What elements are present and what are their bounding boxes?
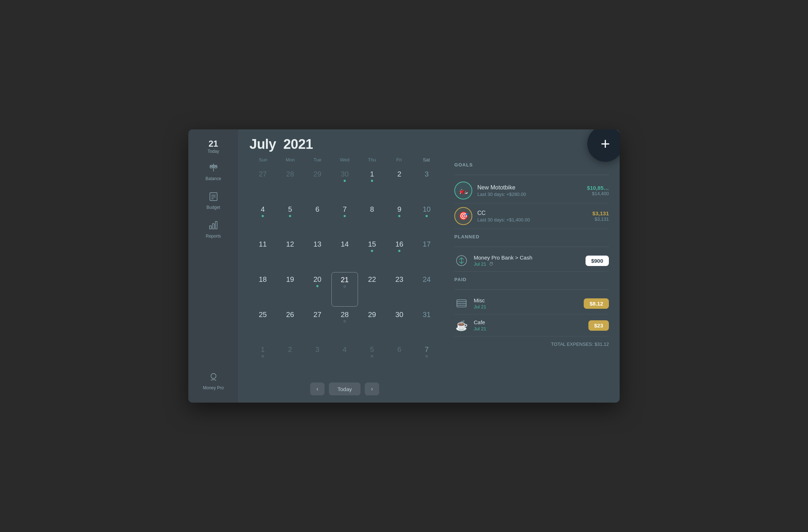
cal-day[interactable]: 22 [359,272,385,307]
cal-day[interactable]: 5 [359,342,385,377]
cal-day[interactable]: 28 [277,167,303,201]
sidebar-budget-label: Budget [206,205,220,210]
cal-day[interactable]: 9 [386,202,413,237]
cal-day[interactable]: 12 [277,237,303,271]
today-nav-button[interactable]: Today [329,382,361,395]
cal-day[interactable]: 11 [249,237,276,271]
budget-icon [209,191,218,203]
goal-info-cc: CC Last 30 days: +$1,400.00 [477,210,587,223]
cal-day[interactable]: 1 [249,342,276,377]
sidebar-item-moneypro[interactable]: Money Pro [188,367,238,395]
goal-current-mototbike: $10,85… [587,185,609,191]
cal-day[interactable]: 2 [277,342,303,377]
day-header-tue: Tue [304,156,331,164]
cal-day[interactable]: 16 [386,237,413,271]
planned-item-info: Money Pro Bank > Cash Jul 21 ⏱ [474,254,580,267]
cafe-icon: ☕ [454,318,469,332]
cal-day[interactable]: 19 [277,272,303,307]
cal-day-today[interactable]: 21 [331,272,358,307]
goal-name-cc: CC [477,210,587,216]
cal-day[interactable]: 13 [304,237,331,271]
cal-day[interactable]: 7 [413,342,440,377]
year-name: 2021 [283,137,313,152]
right-panel: GOALS 🏍️ New Mototbike Last 30 days: +$2… [447,156,620,403]
goal-sub-mototbike: Last 30 days: +$280.00 [477,192,582,197]
calendar-section: Sun Mon Tue Wed Thu Fri Sat 27 28 29 30 … [239,156,447,403]
cal-day[interactable]: 24 [413,272,440,307]
cal-day[interactable]: 8 [359,202,385,237]
cal-day[interactable]: 28 [331,307,358,342]
cal-day[interactable]: 27 [304,307,331,342]
misc-name: Misc [474,297,579,303]
cal-day[interactable]: 3 [304,342,331,377]
cal-day[interactable]: 18 [249,272,276,307]
cal-day[interactable]: 7 [331,202,358,237]
sidebar-item-balance[interactable]: Balance [188,157,238,186]
paid-item-cafe[interactable]: ☕ Cafe Jul 21 $23 [454,315,609,336]
next-month-button[interactable]: › [365,382,379,395]
cal-day[interactable]: 6 [386,342,413,377]
goals-section-label: GOALS [454,162,609,168]
dot-outline [371,355,373,357]
cal-day[interactable]: 23 [386,272,413,307]
cal-day[interactable]: 25 [249,307,276,342]
cal-day[interactable]: 3 [413,167,440,201]
cal-day[interactable]: 1 [359,167,385,201]
goal-amounts-cc: $3,131 $3,131 [592,210,609,222]
cal-day[interactable]: 4 [331,342,358,377]
cal-day[interactable]: 20 [304,272,331,307]
cal-day[interactable]: 30 [386,307,413,342]
prev-month-button[interactable]: ‹ [310,382,325,395]
day-header-fri: Fri [386,156,413,164]
goal-info-mototbike: New Mototbike Last 30 days: +$280.00 [477,184,582,197]
month-title: July 2021 [249,137,313,152]
divider-planned [454,247,609,247]
dot [289,215,291,217]
goal-amounts-mototbike: $10,85… $14,400 [587,185,609,196]
dot [344,180,346,182]
cal-day[interactable]: 15 [359,237,385,271]
goal-name-mototbike: New Mototbike [477,184,582,191]
dot [371,250,373,252]
cal-day[interactable]: 31 [413,307,440,342]
cal-day[interactable]: 6 [304,202,331,237]
dot [398,215,400,217]
day-header-sat: Sat [413,156,440,164]
cal-day[interactable]: 10 [413,202,440,237]
paid-section-label: PAID [454,277,609,282]
planned-item-transfer[interactable]: Money Pro Bank > Cash Jul 21 ⏱ $900 [454,250,609,272]
cal-day[interactable]: 30 [331,167,358,201]
cal-day[interactable]: 17 [413,237,440,271]
total-expenses: TOTAL EXPENSES: $31.12 [454,341,609,347]
misc-sub: Jul 21 [474,304,579,309]
goal-item-cc[interactable]: 🎯 CC Last 30 days: +$1,400.00 $3,131 $3,… [454,203,609,229]
goal-item-mototbike[interactable]: 🏍️ New Mototbike Last 30 days: +$280.00 … [454,178,609,203]
dot [316,285,318,287]
sidebar-item-budget[interactable]: Budget [188,186,238,215]
cal-day[interactable]: 29 [359,307,385,342]
month-name: July [249,137,276,152]
dot-outline [344,320,346,322]
divider-paid [454,289,609,290]
cal-day[interactable]: 26 [277,307,303,342]
cal-day[interactable]: 4 [249,202,276,237]
cal-day[interactable]: 5 [277,202,303,237]
cc-icon: 🎯 [454,207,472,225]
misc-item-info: Misc Jul 21 [474,297,579,309]
cal-day[interactable]: 2 [386,167,413,201]
paid-item-misc[interactable]: Misc Jul 21 $8.12 [454,293,609,315]
dot [344,215,346,217]
cafe-item-info: Cafe Jul 21 [474,319,583,331]
misc-amount: $8.12 [584,298,609,309]
sidebar-item-today[interactable]: 21 Today [188,137,238,157]
cal-day[interactable]: 29 [304,167,331,201]
cal-day[interactable]: 14 [331,237,358,271]
main-content: + July 2021 Sun Mon Tue Wed Thu Fri [239,129,620,403]
calendar-nav: ‹ Today › [249,382,440,395]
sidebar-item-reports[interactable]: Reports [188,215,238,244]
svg-point-15 [211,373,216,379]
cafe-name: Cafe [474,319,583,325]
dot [262,215,264,217]
cal-day[interactable]: 27 [249,167,276,201]
divider [454,175,609,175]
